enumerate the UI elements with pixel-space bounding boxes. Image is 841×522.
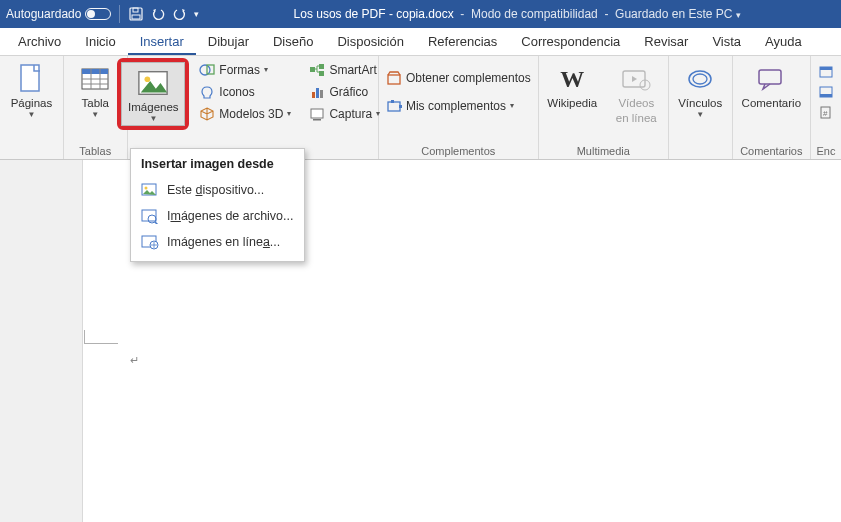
tab-ayuda[interactable]: Ayuda (753, 28, 814, 55)
chart-icon (309, 84, 325, 100)
page-number-icon[interactable]: # (818, 104, 834, 120)
tab-archivo[interactable]: Archivo (6, 28, 73, 55)
svg-rect-29 (759, 70, 781, 84)
doc-name: Los usos de PDF - copia.docx (294, 7, 454, 21)
group-label-enc: Enc (817, 143, 836, 157)
svg-rect-21 (313, 119, 321, 121)
toggle-icon (85, 8, 111, 20)
mis-complementos-button[interactable]: Mis complementos ▾ (382, 96, 535, 116)
qat-customize[interactable]: ▾ (194, 9, 199, 19)
modelos3d-label: Modelos 3D (219, 107, 283, 121)
svg-rect-25 (399, 105, 402, 108)
group-label-tablas: Tablas (79, 143, 111, 157)
tab-insertar[interactable]: Insertar (128, 28, 196, 55)
svg-rect-3 (21, 65, 39, 91)
undo-button[interactable] (150, 6, 166, 22)
wikipedia-icon: W (556, 63, 588, 95)
svg-point-11 (145, 76, 151, 82)
svg-rect-15 (319, 64, 324, 69)
tab-vista[interactable]: Vista (700, 28, 753, 55)
dd-item-label: Imágenes en línea... (167, 235, 280, 249)
redo-button[interactable] (172, 6, 188, 22)
chevron-down-icon: ▾ (376, 109, 380, 118)
svg-rect-18 (316, 88, 319, 98)
save-button[interactable] (128, 6, 144, 22)
videos-button[interactable]: Vídeos en línea (607, 60, 665, 127)
svg-rect-1 (133, 8, 138, 12)
iconos-label: Iconos (219, 85, 254, 99)
smartart-button[interactable]: SmartArt (305, 60, 384, 80)
wikipedia-button[interactable]: W Wikipedia (541, 60, 603, 113)
svg-rect-16 (319, 71, 324, 76)
paginas-label: Páginas (11, 97, 53, 110)
obtener-label: Obtener complementos (406, 71, 531, 85)
imagenes-dropdown: Insertar imagen desde Este dispositivo..… (130, 148, 305, 262)
group-label (30, 143, 33, 157)
tabla-button[interactable]: Tabla ▼ (67, 60, 123, 122)
tab-revisar[interactable]: Revisar (632, 28, 700, 55)
dd-imagenes-archivo[interactable]: Imágenes de archivo... (131, 203, 304, 229)
document-area[interactable]: ↵ (0, 160, 841, 522)
comentario-button[interactable]: Comentario (735, 60, 807, 113)
saved-location: Guardado en Este PC (615, 7, 732, 21)
obtener-complementos-button[interactable]: Obtener complementos (382, 68, 535, 88)
group-label-comentarios: Comentarios (740, 143, 802, 157)
online-picture-icon (141, 234, 159, 250)
ribbon: Páginas ▼ Tabla ▼ Tablas (0, 56, 841, 160)
tab-disposicion[interactable]: Disposición (325, 28, 415, 55)
group-label (699, 143, 702, 157)
iconos-button[interactable]: Iconos (195, 82, 295, 102)
autosave-toggle[interactable]: Autoguardado (6, 7, 111, 21)
captura-label: Captura (329, 107, 372, 121)
chevron-down-icon: ▼ (27, 110, 35, 119)
tab-diseno[interactable]: Diseño (261, 28, 325, 55)
page-corner-mark (84, 330, 118, 344)
group-ilustraciones: Imágenes ▼ Formas ▾ Iconos Modelos 3D (128, 56, 379, 159)
tab-inicio[interactable]: Inicio (73, 28, 127, 55)
cube-icon (199, 106, 215, 122)
imagenes-button[interactable]: Imágenes ▼ (121, 62, 185, 126)
svg-rect-31 (820, 67, 832, 70)
grafico-button[interactable]: Gráfico (305, 82, 384, 102)
comentario-label: Comentario (742, 97, 801, 110)
tab-referencias[interactable]: Referencias (416, 28, 509, 55)
smartart-icon (309, 62, 325, 78)
paragraph-mark: ↵ (130, 354, 139, 367)
icons-icon (199, 84, 215, 100)
compat-mode: Modo de compatibilidad (471, 7, 598, 21)
grafico-label: Gráfico (329, 85, 368, 99)
vinculos-label: Vínculos (678, 97, 722, 110)
svg-rect-33 (820, 94, 832, 97)
svg-rect-24 (391, 100, 394, 103)
title-bar: Autoguardado ▾ Los usos de PDF - copia.d… (0, 0, 841, 28)
svg-rect-20 (311, 109, 323, 118)
paginas-button[interactable]: Páginas ▼ (3, 60, 59, 122)
captura-button[interactable]: Captura ▾ (305, 104, 384, 124)
smartart-column: SmartArt Gráfico Captura ▾ (305, 60, 384, 124)
dd-imagenes-en-linea[interactable]: Imágenes en línea... (131, 229, 304, 255)
tab-dibujar[interactable]: Dibujar (196, 28, 261, 55)
chevron-down-icon: ▾ (287, 109, 291, 118)
svg-rect-2 (132, 15, 140, 19)
formas-label: Formas (219, 63, 260, 77)
picture-icon (137, 67, 169, 99)
video-icon (620, 63, 652, 95)
tab-correspondencia[interactable]: Correspondencia (509, 28, 632, 55)
modelos3d-button[interactable]: Modelos 3D ▾ (195, 104, 295, 124)
wikipedia-label: Wikipedia (547, 97, 597, 110)
left-gutter (0, 160, 83, 522)
quick-access-toolbar: Autoguardado ▾ (6, 5, 199, 23)
videos-label-1: Vídeos (618, 97, 654, 110)
link-icon (684, 63, 716, 95)
formas-button[interactable]: Formas ▾ (195, 60, 295, 80)
vinculos-button[interactable]: Vínculos ▼ (672, 60, 728, 122)
comment-icon (755, 63, 787, 95)
footer-icon[interactable] (818, 84, 834, 100)
stock-picture-icon (141, 208, 159, 224)
highlight-frame: Imágenes ▼ (117, 58, 189, 130)
chevron-down-icon: ▾ (264, 65, 268, 74)
dd-este-dispositivo[interactable]: Este dispositivo... (131, 177, 304, 203)
header-icon[interactable] (818, 64, 834, 80)
shapes-icon (199, 62, 215, 78)
chevron-down-icon: ▼ (696, 110, 704, 119)
